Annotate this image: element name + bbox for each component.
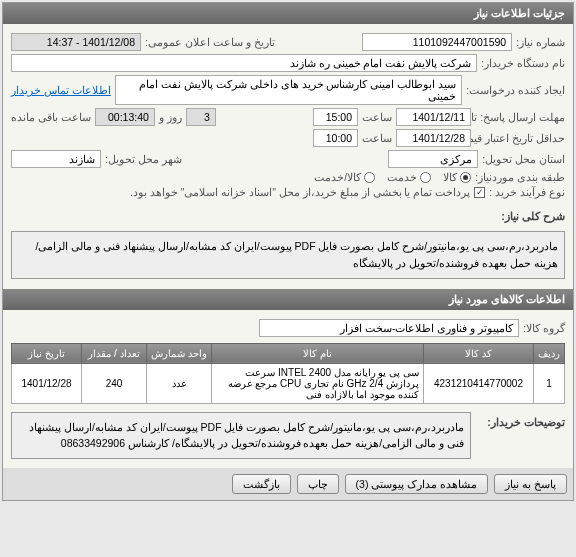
province-value: مرکزی [388, 150, 478, 168]
reply-button[interactable]: پاسخ به نیاز [494, 474, 567, 494]
cell-date: 1401/12/28 [12, 363, 82, 403]
basic-info: شماره نياز: 1101092447001590 تاریخ و ساع… [3, 24, 573, 289]
print-button[interactable]: چاپ [297, 474, 339, 494]
goods-table: ردیف کد کالا نام کالا واحد شمارش تعداد /… [11, 343, 565, 404]
deadline2-time: 10:00 [313, 129, 358, 147]
time-label-1: ساعت [362, 111, 392, 123]
radio-icon [420, 172, 431, 183]
cell-idx: 1 [534, 363, 565, 403]
payment-checkbox[interactable] [474, 187, 485, 198]
goods-service-radios: کالا خدمت کالا/خدمت [314, 171, 471, 183]
payment-note: پرداخت تمام یا بخشی از مبلغ خرید،از محل … [130, 186, 470, 198]
group-value: کامپیوتر و فناوری اطلاعات-سخت افزار [259, 319, 519, 337]
time-label-2: ساعت [362, 132, 392, 144]
cell-unit: عدد [147, 363, 212, 403]
table-row[interactable]: 1 4231210414770002 سی پی یو رایانه مدل I… [12, 363, 565, 403]
cell-code: 4231210414770002 [424, 363, 534, 403]
radio-goods[interactable]: کالا [443, 171, 471, 183]
desc-box: مادربرد،رم،سی پی یو،مانیتور/شرح کامل بصو… [11, 231, 565, 279]
th-qty: تعداد / مقدار [82, 343, 147, 363]
goods-service-label: طبقه بندی موردنیاز: [475, 171, 565, 183]
radio-icon [364, 172, 375, 183]
deadline-send-label: مهلت ارسال پاسخ: تا تاریخ: [475, 111, 565, 123]
contact-link[interactable]: اطلاعات تماس خریدار [11, 84, 111, 96]
process-label: نوع فرآیند خرید : [489, 186, 565, 198]
desc-label: شرح کلی نياز: [501, 210, 565, 223]
radio-service[interactable]: خدمت [387, 171, 431, 183]
remain-days: 3 [186, 108, 216, 126]
creator-value: سید ابوطالب امینی کارشناس خرید های داخلی… [115, 75, 462, 105]
province-label: استان محل تحویل: [482, 153, 565, 165]
remain-time: 00:13:40 [95, 108, 155, 126]
cell-qty: 240 [82, 363, 147, 403]
group-label: گروه کالا: [523, 322, 565, 334]
city-value: شازند [11, 150, 101, 168]
buyer-notes-label: توضیحات خریدار: [475, 416, 565, 429]
deadline-date: 1401/12/11 [396, 108, 471, 126]
cell-name: سی پی یو رایانه مدل INTEL 2400 سرعت پردا… [212, 363, 424, 403]
footer-buttons: پاسخ به نیاز مشاهده مدارک پیوستی (3) چاپ… [3, 468, 573, 500]
deadline2-date: 1401/12/28 [396, 129, 471, 147]
attachments-button[interactable]: مشاهده مدارک پیوستی (3) [345, 474, 489, 494]
th-code: کد کالا [424, 343, 534, 363]
back-button[interactable]: بازگشت [232, 474, 291, 494]
remain-days-label: روز و [159, 111, 182, 123]
th-name: نام کالا [212, 343, 424, 363]
table-header-row: ردیف کد کالا نام کالا واحد شمارش تعداد /… [12, 343, 565, 363]
panel-title: جزئیات اطلاعات نياز [3, 3, 573, 24]
main-panel: جزئیات اطلاعات نياز شماره نياز: 11010924… [2, 2, 574, 501]
deadline-time: 15:00 [313, 108, 358, 126]
radio-both[interactable]: کالا/خدمت [314, 171, 375, 183]
buyer-value: شرکت پالایش نفت امام خمینی ره شازند [11, 54, 477, 72]
goods-header: اطلاعات کالاهای مورد نیاز [3, 289, 573, 310]
th-date: تاریخ نیاز [12, 343, 82, 363]
city-label: شهر محل تحویل: [105, 153, 182, 165]
buyer-notes-box: مادربرد،رم،سی پی یو،مانیتور/شرح کامل بصو… [11, 412, 471, 460]
buyer-label: نام دستگاه خریدار: [481, 57, 565, 69]
announce-label: تاریخ و ساعت اعلان عمومی: [145, 36, 275, 48]
deadline2-label: حداقل تاریخ اعتبار قیمت تا تاریخ: [475, 132, 565, 144]
remain-label: ساعت باقی مانده [11, 111, 91, 123]
th-unit: واحد شمارش [147, 343, 212, 363]
radio-icon [460, 172, 471, 183]
goods-content: گروه کالا: کامپیوتر و فناوری اطلاعات-سخت… [3, 310, 573, 469]
need-number-label: شماره نياز: [516, 36, 565, 48]
creator-label: ایجاد کننده درخواست: [466, 84, 565, 96]
th-idx: ردیف [534, 343, 565, 363]
announce-value: 1401/12/08 - 14:37 [11, 33, 141, 51]
need-number-field: 1101092447001590 [362, 33, 512, 51]
